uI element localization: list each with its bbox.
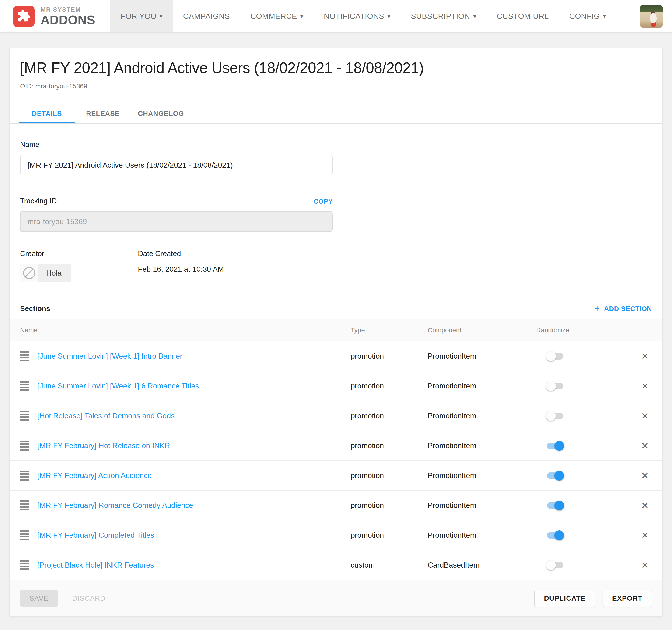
add-section-button[interactable]: + ADD SECTION	[594, 305, 652, 313]
section-name-link[interactable]: [MR FY February] Action Audience	[37, 471, 351, 480]
nav-item-for-you[interactable]: FOR YOU ▾	[111, 0, 173, 32]
remove-section-icon[interactable]: ✕	[641, 471, 649, 480]
nav-item-campaigns[interactable]: CAMPAIGNS	[173, 0, 240, 32]
randomize-toggle[interactable]	[547, 443, 563, 449]
remove-section-icon[interactable]: ✕	[641, 411, 649, 421]
no-avatar-icon	[23, 267, 35, 279]
detail-card: [MR FY 2021] Android Active Users (18/02…	[9, 48, 663, 617]
sections-title: Sections	[20, 304, 50, 313]
table-row: [MR FY February] Completed Titles promot…	[9, 521, 663, 550]
section-name-link[interactable]: [MR FY February] Hot Release on INKR	[37, 442, 351, 450]
nav-item-label: CAMPAIGNS	[183, 12, 230, 21]
plus-icon: +	[594, 305, 600, 312]
section-type: promotion	[351, 411, 428, 420]
duplicate-button[interactable]: DUPLICATE	[534, 590, 595, 607]
toggle-knob	[546, 351, 556, 361]
nav-item-subscription[interactable]: SUBSCRIPTION ▾	[401, 0, 486, 32]
randomize-toggle[interactable]	[547, 472, 563, 479]
drag-handle-icon[interactable]	[20, 351, 29, 361]
drag-handle-icon[interactable]	[20, 530, 29, 540]
chevron-down-icon: ▾	[603, 13, 606, 20]
randomize-toggle[interactable]	[547, 502, 563, 509]
section-type: promotion	[351, 501, 428, 510]
remove-section-icon[interactable]: ✕	[641, 531, 649, 540]
randomize-toggle[interactable]	[547, 413, 563, 419]
tab-release[interactable]: RELEASE	[75, 104, 131, 123]
section-component: PromotionItem	[428, 471, 536, 480]
brand-text: MR SYSTEM ADDONS	[41, 6, 95, 26]
section-type: promotion	[351, 531, 428, 539]
details-form: Name Tracking ID COPY Creator Hola Date …	[9, 124, 663, 282]
remove-section-icon[interactable]: ✕	[641, 501, 649, 510]
tab-label: CHANGELOG	[138, 110, 184, 117]
nav-item-label: FOR YOU	[121, 12, 156, 21]
drag-handle-icon[interactable]	[20, 381, 29, 391]
nav-item-config[interactable]: CONFIG ▾	[559, 0, 617, 32]
tracking-id-label: Tracking ID	[20, 197, 57, 205]
sections-table: Name Type Component Randomize [June Summ…	[9, 319, 663, 580]
puzzle-piece-icon	[17, 9, 30, 24]
creator-chip[interactable]: Hola	[20, 264, 71, 282]
section-name-link[interactable]: [June Summer Lovin] [Week 1] 6 Romance T…	[37, 382, 351, 390]
toggle-knob	[546, 381, 556, 391]
section-component: PromotionItem	[428, 501, 536, 510]
nav-item-custom-url[interactable]: CUSTOM URL	[486, 0, 559, 32]
tab-label: DETAILS	[32, 110, 62, 117]
section-component: PromotionItem	[428, 352, 536, 360]
nav-item-notifications[interactable]: NOTIFICATIONS ▾	[314, 0, 401, 32]
section-name-link[interactable]: [MR FY February] Completed Titles	[37, 531, 351, 539]
tracking-id-input[interactable]	[20, 211, 333, 232]
nav-item-label: COMMERCE	[250, 12, 297, 21]
brand[interactable]: MR SYSTEM ADDONS	[0, 0, 102, 32]
tab-changelog[interactable]: CHANGELOG	[131, 104, 191, 123]
date-created-label: Date Created	[138, 250, 224, 258]
name-input[interactable]	[20, 155, 333, 175]
drag-handle-icon[interactable]	[20, 471, 29, 481]
section-type: promotion	[351, 382, 428, 390]
page-title: [MR FY 2021] Android Active Users (18/02…	[20, 59, 652, 76]
section-name-link[interactable]: [Hot Release] Tales of Demons and Gods	[37, 411, 351, 420]
randomize-toggle[interactable]	[547, 562, 563, 569]
remove-section-icon[interactable]: ✕	[641, 441, 649, 451]
sections-header: Sections + ADD SECTION	[9, 304, 663, 313]
randomize-toggle[interactable]	[547, 383, 563, 389]
export-button[interactable]: EXPORT	[603, 590, 652, 607]
toggle-knob	[554, 530, 564, 540]
copy-button[interactable]: COPY	[314, 198, 333, 205]
toggle-knob	[554, 471, 564, 481]
tab-bar: DETAILS RELEASE CHANGELOG	[9, 104, 663, 124]
date-created-column: Date Created Feb 16, 2021 at 10:30 AM	[138, 250, 224, 282]
user-avatar[interactable]	[640, 5, 663, 27]
nav-item-label: CUSTOM URL	[497, 12, 549, 21]
creator-avatar-box	[20, 264, 38, 282]
card-footer: SAVE DISCARD DUPLICATE EXPORT	[9, 580, 663, 616]
section-name-link[interactable]: [June Summer Lovin] [Week 1] Intro Banne…	[37, 352, 351, 360]
column-header-type: Type	[351, 326, 428, 334]
discard-button[interactable]: DISCARD	[64, 590, 114, 607]
add-section-label: ADD SECTION	[604, 305, 652, 313]
table-row: [Project Black Hole] INKR Features custo…	[9, 550, 663, 580]
remove-section-icon[interactable]: ✕	[641, 352, 649, 361]
nav-item-label: SUBSCRIPTION	[411, 12, 470, 21]
remove-section-icon[interactable]: ✕	[641, 560, 649, 570]
section-type: promotion	[351, 471, 428, 480]
nav-item-commerce[interactable]: COMMERCE ▾	[240, 0, 314, 32]
table-row: [Hot Release] Tales of Demons and Gods p…	[9, 401, 663, 431]
section-name-link[interactable]: [MR FY February] Romance Comedy Audience	[37, 501, 351, 510]
drag-handle-icon[interactable]	[20, 441, 29, 451]
section-name-link[interactable]: [Project Black Hole] INKR Features	[37, 561, 351, 570]
drag-handle-icon[interactable]	[20, 560, 29, 570]
drag-handle-icon[interactable]	[20, 500, 29, 510]
randomize-toggle[interactable]	[547, 532, 563, 538]
tab-details[interactable]: DETAILS	[19, 104, 75, 123]
remove-section-icon[interactable]: ✕	[641, 381, 649, 391]
column-header-name: Name	[20, 326, 351, 334]
save-button[interactable]: SAVE	[20, 590, 58, 607]
card-header: [MR FY 2021] Android Active Users (18/02…	[9, 48, 663, 90]
table-row: [June Summer Lovin] [Week 1] 6 Romance T…	[9, 371, 663, 401]
sections-table-body: [June Summer Lovin] [Week 1] Intro Banne…	[9, 341, 663, 580]
date-created-value: Feb 16, 2021 at 10:30 AM	[138, 265, 224, 273]
drag-handle-icon[interactable]	[20, 411, 29, 421]
section-type: custom	[351, 561, 428, 570]
randomize-toggle[interactable]	[547, 353, 563, 359]
